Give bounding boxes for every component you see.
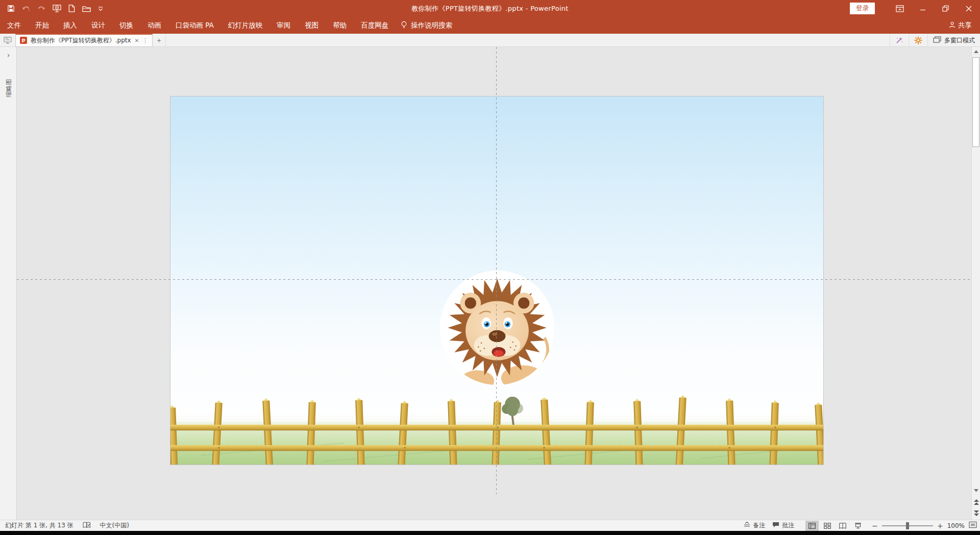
notes-icon: [744, 522, 750, 529]
slide-canvas[interactable]: [170, 96, 824, 465]
magic-wand-button[interactable]: [890, 34, 909, 47]
scroll-up-icon[interactable]: [972, 47, 980, 56]
slide-counter[interactable]: 幻灯片 第 1 张, 共 13 张: [5, 521, 74, 530]
zoom-in-button[interactable]: +: [937, 522, 943, 530]
zoom-level[interactable]: 100%: [947, 522, 965, 529]
spellcheck-icon[interactable]: [83, 522, 91, 530]
comments-icon: [772, 522, 779, 529]
multi-window-label: 多窗口模式: [944, 36, 975, 45]
document-tab-title: 教你制作《PPT旋转切换教程》.pptx: [31, 36, 131, 45]
start-slideshow-icon[interactable]: [53, 5, 61, 12]
zoom-slider-thumb[interactable]: [906, 522, 909, 529]
tab-insert[interactable]: 插入: [56, 17, 84, 34]
tell-me-search[interactable]: 操作说明搜索: [401, 21, 452, 30]
tab-animations[interactable]: 动画: [140, 17, 168, 34]
tell-me-label: 操作说明搜索: [411, 21, 452, 30]
person-icon: [949, 21, 955, 30]
login-button[interactable]: 登录: [850, 3, 875, 14]
tab-home[interactable]: 开始: [28, 17, 56, 34]
new-tab-button[interactable]: ＋: [153, 34, 166, 47]
tab-view[interactable]: 视图: [298, 17, 326, 34]
ribbon-tab-row: 文件 开始 插入 设计 切换 动画 口袋动画 PA 幻灯片放映 审阅 视图 帮助…: [0, 17, 980, 34]
close-button[interactable]: [957, 0, 980, 17]
titlebar: 教你制作《PPT旋转切换教程》.pptx - PowerPoint 登录: [0, 0, 980, 17]
open-folder-icon[interactable]: [82, 5, 91, 12]
tab-pocket-animation[interactable]: 口袋动画 PA: [168, 17, 221, 34]
vertical-scrollbar[interactable]: [971, 47, 980, 520]
thumbnail-pane-collapsed[interactable]: › 缩略图: [0, 47, 17, 520]
share-label: 共享: [958, 21, 972, 30]
settings-gear-icon[interactable]: [909, 34, 927, 47]
redo-icon[interactable]: [38, 5, 45, 12]
zoom-out-button[interactable]: −: [872, 522, 878, 530]
save-icon[interactable]: [7, 5, 15, 12]
zoom-controls: − + 100%: [872, 521, 977, 530]
tab-file[interactable]: 文件: [0, 17, 28, 34]
tab-close-icon[interactable]: ✕: [135, 38, 139, 43]
next-slide-icon[interactable]: [972, 509, 980, 517]
multi-window-icon: [933, 36, 941, 45]
ribbon-display-options-icon[interactable]: [888, 0, 911, 17]
lightbulb-icon: [401, 21, 407, 30]
normal-view-button[interactable]: [805, 521, 819, 531]
tab-transitions[interactable]: 切换: [112, 17, 140, 34]
minimize-button[interactable]: [911, 0, 934, 17]
tab-menu-icon[interactable]: ⋮: [142, 37, 148, 44]
quick-access-toolbar: [0, 5, 103, 12]
expand-pane-chevron-icon[interactable]: ›: [0, 51, 17, 59]
scrollbar-thumb[interactable]: [972, 57, 979, 147]
undo-icon[interactable]: [22, 5, 31, 12]
fence-grass-picture[interactable]: [170, 394, 823, 465]
zoom-slider[interactable]: [882, 525, 933, 526]
tab-list-icon[interactable]: [0, 37, 15, 44]
bottom-screen-strip: [0, 531, 980, 535]
powerpoint-file-icon: P: [20, 37, 27, 44]
tab-review[interactable]: 审阅: [270, 17, 298, 34]
window-title: 教你制作《PPT旋转切换教程》.pptx - PowerPoint: [0, 4, 980, 13]
document-tabbar: P 教你制作《PPT旋转切换教程》.pptx ✕ ⋮ ＋ 多窗口模式: [0, 34, 980, 47]
comments-label: 批注: [782, 521, 794, 530]
vertical-guide[interactable]: [496, 47, 497, 494]
tab-design[interactable]: 设计: [84, 17, 112, 34]
tab-baidu-netdisk[interactable]: 百度网盘: [354, 17, 396, 34]
notes-label: 备注: [753, 521, 765, 530]
share-control[interactable]: 共享: [949, 21, 972, 30]
previous-slide-icon[interactable]: [972, 498, 980, 506]
lion-picture[interactable]: [438, 269, 556, 387]
scroll-down-icon[interactable]: [972, 487, 980, 495]
tabbar-right-tools: 多窗口模式: [890, 34, 980, 47]
restore-button[interactable]: [934, 0, 957, 17]
slideshow-view-button[interactable]: [851, 521, 865, 531]
horizontal-guide[interactable]: [17, 279, 971, 280]
tab-help[interactable]: 帮助: [326, 17, 354, 34]
comments-toggle[interactable]: 批注: [772, 521, 794, 530]
thumbnail-pane-label: 缩略图: [4, 79, 13, 98]
view-switcher: [805, 521, 865, 531]
language-indicator[interactable]: 中文(中国): [100, 521, 129, 530]
status-bar: 幻灯片 第 1 张, 共 13 张 中文(中国) 备注 批注 − + 100%: [0, 520, 980, 531]
notes-toggle[interactable]: 备注: [744, 521, 765, 530]
fit-to-window-icon[interactable]: [969, 521, 977, 530]
customize-qat-icon[interactable]: [98, 6, 103, 11]
document-tab[interactable]: P 教你制作《PPT旋转切换教程》.pptx ✕ ⋮: [15, 34, 153, 47]
reading-view-button[interactable]: [836, 521, 849, 531]
tab-slideshow[interactable]: 幻灯片放映: [221, 17, 270, 34]
slide-sorter-view-button[interactable]: [821, 521, 834, 531]
multi-window-mode-button[interactable]: 多窗口模式: [927, 34, 980, 47]
editing-area: › 缩略图: [0, 47, 980, 520]
new-file-icon[interactable]: [68, 5, 75, 12]
